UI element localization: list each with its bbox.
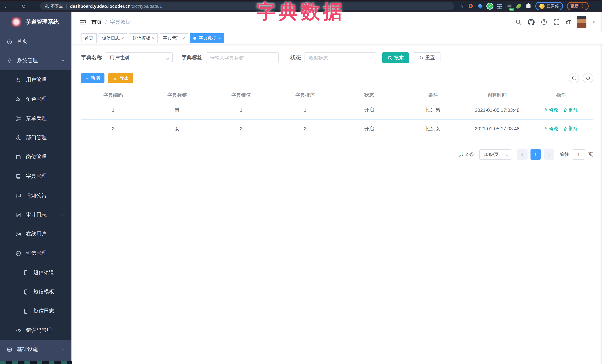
toggle-search-button[interactable] (569, 73, 579, 83)
close-icon[interactable]: × (152, 36, 154, 40)
tag-tabs-bar: 首页 短信日志× 短信模板× 字典管理× 字典数据× (72, 32, 602, 44)
sidebar-item-error-code[interactable]: 错误码管理 (0, 321, 72, 340)
avatar-caret-icon[interactable]: ▾ (593, 20, 595, 24)
users-icon (16, 96, 21, 102)
tab-home[interactable]: 首页 (81, 33, 97, 43)
close-icon[interactable]: × (183, 36, 185, 40)
user-avatar[interactable] (577, 16, 586, 28)
delete-link[interactable]: 删除 (563, 125, 578, 132)
back-button[interactable]: ← (4, 3, 9, 9)
close-icon[interactable]: × (121, 36, 124, 40)
sidebar-item-dict-management[interactable]: 字典管理 (0, 167, 72, 186)
brand-header[interactable]: 芋道管理系统 (0, 12, 72, 32)
refresh-icon: ↻ (419, 55, 423, 61)
sidebar-item-home[interactable]: 首页 (0, 32, 72, 51)
phone-icon (23, 289, 29, 295)
tab-sms-template[interactable]: 短信模板× (129, 33, 158, 43)
sidebar-item-infrastructure[interactable]: 基础设施 (0, 340, 72, 359)
pencil-icon: ✎ (544, 126, 548, 131)
id-badge-icon (16, 154, 21, 160)
extension-blue-gem-icon[interactable] (477, 3, 483, 9)
table-row: 2 女 2 2 开启 性别女 2021-01-05 17:03:48 ✎修改 删… (81, 120, 593, 138)
bookmark-star-icon[interactable]: ☆ (459, 3, 464, 9)
main-area: 首页 / 字典数据 tT ▾ 首页 短信日志× 短信模板× 字典管理× 字典数据… (72, 12, 602, 364)
sidebar: 芋道管理系统 首页 系统管理 用户管理 角色管理 (0, 12, 72, 364)
refresh-table-button[interactable] (583, 73, 593, 83)
browser-menu-dots-icon[interactable]: ⋮ (581, 4, 585, 9)
phone-icon (23, 308, 29, 314)
export-button[interactable]: 导出 (108, 73, 133, 83)
goto-unit: 页 (588, 151, 593, 158)
reset-button[interactable]: ↻ 重置 (414, 52, 441, 63)
add-button[interactable]: + 新增 (81, 73, 105, 83)
tab-dict-data-active[interactable]: 字典数据× (190, 33, 224, 43)
extension-puzzle-icon[interactable] (525, 3, 531, 9)
sidebar-menu: 首页 系统管理 用户管理 角色管理 菜单管理 (0, 32, 72, 359)
page-content: 字典名称 字典标签 状态 搜索 (72, 44, 602, 160)
breadcrumb-home[interactable]: 首页 (92, 19, 102, 25)
edit-link[interactable]: ✎修改 (544, 125, 559, 132)
chevron-down-icon (61, 348, 65, 351)
column-header: 创建时间 (465, 92, 529, 98)
forward-button[interactable]: → (12, 3, 18, 9)
sidebar-item-role-management[interactable]: 角色管理 (0, 90, 72, 109)
sidebar-item-department-management[interactable]: 部门管理 (0, 128, 72, 147)
status-select[interactable] (304, 52, 376, 63)
tab-dict-management[interactable]: 字典管理× (160, 33, 188, 43)
delete-link[interactable]: 删除 (563, 107, 578, 113)
extension-on-switch-icon[interactable]: on (506, 3, 512, 9)
column-header: 字典排序 (273, 92, 337, 98)
reload-button[interactable]: ↻ (21, 3, 26, 9)
font-size-icon[interactable]: tT (566, 19, 570, 25)
edit-link[interactable]: ✎修改 (544, 107, 559, 113)
fullscreen-icon[interactable] (553, 19, 560, 25)
sidebar-item-system-management[interactable]: 系统管理 (0, 51, 72, 70)
sidebar-item-audit-log[interactable]: 审计日志 (0, 205, 72, 224)
home-button[interactable]: ⌂ (29, 3, 35, 9)
profile-paused-chip[interactable]: 已暂停 (535, 2, 563, 10)
page-vertical-scrollbar[interactable] (601, 12, 602, 364)
chevron-down-icon (61, 213, 65, 217)
user-icon (16, 77, 21, 83)
next-page-button[interactable] (544, 149, 554, 160)
dict-type-select[interactable] (106, 52, 173, 63)
sidebar-item-sms-template[interactable]: 短信模板 (0, 282, 72, 302)
sidebar-item-user-management[interactable]: 用户管理 (0, 70, 72, 90)
goto-page-input[interactable] (572, 149, 585, 160)
address-bar[interactable]: 不安全 dashboard.yudao.iocoder.cn/dict/type… (40, 2, 454, 10)
url-path: /dict/type/data/1 (130, 3, 162, 9)
menu-list-icon (16, 116, 21, 121)
sidebar-collapse-button[interactable] (80, 20, 86, 25)
sidebar-item-sms-log[interactable]: 短信日志 (0, 302, 72, 321)
browser-update-button[interactable]: 更新 ⋮ (567, 2, 589, 10)
emoji-avatar-icon (539, 3, 544, 9)
extension-orange-ring-icon[interactable] (467, 3, 474, 9)
extension-leaf-icon[interactable] (516, 3, 522, 9)
tab-sms-log[interactable]: 短信日志× (98, 33, 127, 43)
column-header: 备注 (401, 92, 465, 98)
close-icon[interactable]: × (218, 36, 221, 40)
extension-green-check-icon[interactable]: ✓ (487, 3, 493, 9)
sidebar-item-post-management[interactable]: 岗位管理 (0, 147, 72, 167)
page-size-select[interactable]: 10条/页 (479, 149, 512, 160)
sidebar-item-online-users[interactable]: 在线用户 (0, 224, 72, 244)
phone-icon (23, 270, 29, 275)
sidebar-item-menu-management[interactable]: 菜单管理 (0, 109, 72, 128)
sidebar-horizontal-scrollbar[interactable] (0, 361, 72, 364)
status-label: 状态 (290, 54, 301, 61)
extension-sliders-icon[interactable] (496, 3, 503, 9)
code-icon (16, 328, 21, 333)
plus-icon: + (86, 75, 88, 81)
dict-label-input[interactable] (206, 52, 279, 63)
search-icon (571, 76, 576, 81)
github-icon[interactable] (528, 19, 535, 25)
help-icon[interactable] (541, 19, 547, 25)
prev-page-button[interactable] (517, 149, 527, 160)
search-button[interactable]: 搜索 (382, 52, 409, 63)
sidebar-item-sms-management[interactable]: 短信管理 (0, 244, 72, 263)
sidebar-item-notice[interactable]: 通知公告 (0, 186, 72, 205)
header-search-icon[interactable] (515, 19, 522, 25)
sidebar-item-sms-channel[interactable]: 短信渠道 (0, 263, 72, 282)
pencil-icon: ✎ (544, 107, 548, 113)
page-number-1[interactable]: 1 (530, 149, 541, 160)
